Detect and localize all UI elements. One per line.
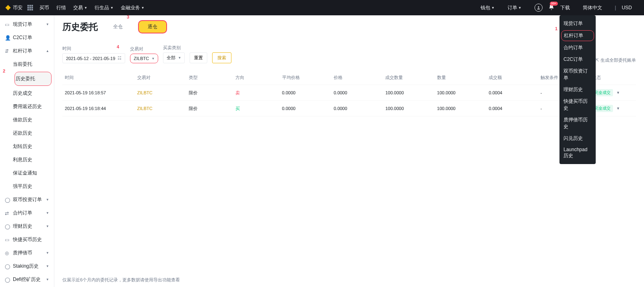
dd-launchpad-history[interactable]: Launchpad 历史 — [559, 144, 596, 162]
swap-icon: ⇄ — [5, 210, 10, 216]
dd-buycrypto-history[interactable]: 快捷买币历史 — [559, 96, 596, 114]
tab-cross[interactable]: 全仓 — [104, 21, 132, 33]
sidebar-loan[interactable]: ◎质押借币▼ — [0, 246, 54, 260]
page-title: 历史委托 — [62, 21, 98, 33]
sidebar-buycrypto-history[interactable]: ▭快捷买币历史 — [0, 233, 54, 246]
col-status: 状态 — [592, 75, 634, 81]
expand-row-icon[interactable]: ▼ — [616, 91, 620, 95]
sidebar-c2c-orders[interactable]: 👤C2C订单 — [0, 31, 54, 44]
caret-down-icon: ▼ — [46, 211, 49, 215]
dd-spot-orders[interactable]: 现货订单 — [559, 18, 596, 29]
sb-margin-call[interactable]: 保证金通知 — [12, 166, 54, 180]
footer-note: 仅展示近6个月内的委托记录，更多数据请使用导出功能查看 — [62, 277, 180, 283]
apps-grid-icon[interactable] — [27, 5, 33, 10]
reset-button[interactable]: 重置 — [190, 52, 207, 63]
sb-trade-history[interactable]: 历史成交 — [12, 87, 54, 100]
sb-interest-history[interactable]: 利息历史 — [12, 153, 54, 166]
circle-icon: ◯ — [5, 224, 10, 229]
cell-total: 0.0004 — [489, 106, 540, 111]
nav-currency[interactable]: USD — [622, 5, 632, 10]
sidebar-defi-history[interactable]: ◯Defi挖矿历史▼ — [0, 273, 54, 286]
brand-logo[interactable]: 币安 — [5, 4, 23, 11]
top-nav: 币安 买币 行情 交易▼ 衍生品▼ 金融业务▼ 钱包▼ 订单▼ 99+ 下载 简… — [0, 0, 644, 15]
caret-down-icon: ▼ — [46, 198, 49, 202]
caret-down-icon: ▼ — [518, 6, 522, 10]
cell-qty: 100.0000 — [437, 90, 489, 95]
circle-icon: ◯ — [5, 197, 10, 203]
binance-icon — [5, 4, 11, 11]
sb-repay-history[interactable]: 还款历史 — [12, 127, 54, 140]
dd-c2c-orders[interactable]: C2C订单 — [559, 54, 596, 65]
nav-buy[interactable]: 买币 — [39, 4, 49, 11]
sidebar-futures-orders[interactable]: ⇄合约订单▼ — [0, 206, 54, 220]
nav-derivatives[interactable]: 衍生品▼ — [95, 4, 114, 11]
sidebar-earn-history[interactable]: ◯理财历史▼ — [0, 220, 54, 233]
sidebar-dual-orders[interactable]: ◯双币投资订单▼ — [0, 193, 54, 206]
cell-price: 0.0000 — [334, 90, 385, 95]
col-direction: 方向 — [235, 75, 282, 81]
dd-earn-history[interactable]: 理财历史 — [559, 84, 596, 96]
sb-transfer-history[interactable]: 划转历史 — [12, 140, 54, 153]
nav-markets[interactable]: 行情 — [56, 4, 66, 11]
tab-isolated[interactable]: 逐仓 — [138, 20, 167, 33]
cell-status: 完全成交▼ — [592, 105, 634, 112]
circle-icon: ◯ — [5, 277, 10, 283]
nav-orders[interactable]: 订单▼ — [508, 4, 522, 11]
account-avatar[interactable] — [535, 4, 543, 12]
filter-time: 时间 2021-05-12 - 2021-05-19 ☷ — [62, 46, 125, 63]
orders-dropdown: 现货订单 杠杆订单 合约订单 C2C订单 双币投资订单 理财历史 快捷买币历史 … — [559, 15, 596, 164]
dd-convert-history[interactable]: 闪兑历史 — [559, 133, 596, 144]
cell-pair[interactable]: ZILBTC — [137, 106, 189, 111]
dd-margin-orders[interactable]: 杠杆订单 — [561, 30, 594, 41]
dd-dual-orders[interactable]: 双币投资订单 — [559, 65, 596, 84]
export-link[interactable]: ⇱ 生成全部委托账单 — [595, 57, 636, 63]
filter-side-label: 买卖类别 — [163, 45, 185, 51]
cell-filled-qty: 100.0000 — [385, 90, 437, 95]
side-select[interactable]: 全部 ▼ — [163, 52, 185, 63]
nav-wallet[interactable]: 钱包▼ — [481, 4, 495, 11]
caret-down-icon: ▼ — [491, 6, 495, 10]
separator: | — [615, 5, 616, 10]
dd-loan-history[interactable]: 质押借币历史 — [559, 114, 596, 133]
caret-down-icon: ▼ — [151, 57, 155, 60]
caret-down-icon: ▼ — [141, 6, 144, 10]
cell-time: 2021-05-19 16:18:57 — [65, 90, 137, 95]
annotation-3: 3 — [127, 15, 129, 19]
cell-avg: 0.0000 — [282, 106, 334, 111]
sidebar-staking-history[interactable]: ◯Staking历史▼ — [0, 260, 54, 273]
content-area: 3 历史委托 全仓 逐仓 4 时间 2021-05-12 - 2021-05-1… — [54, 15, 644, 287]
caret-down-icon: ▼ — [110, 6, 114, 10]
notifications-button[interactable]: 99+ — [548, 4, 555, 12]
search-button[interactable]: 搜索 — [212, 52, 231, 63]
dd-futures-orders[interactable]: 合约订单 — [559, 42, 596, 54]
cell-pair[interactable]: ZILBTC — [137, 90, 189, 95]
expand-row-icon[interactable]: ▼ — [616, 106, 620, 110]
cell-time: 2021-05-19 16:18:44 — [65, 106, 137, 111]
pair-select[interactable]: ZILBTC ▼ — [130, 54, 158, 63]
caret-down-icon: ▼ — [178, 56, 181, 60]
date-range-input[interactable]: 2021-05-12 - 2021-05-19 ☷ — [62, 53, 125, 63]
sidebar-spot-orders[interactable]: ▭现货订单 ▼ — [0, 18, 54, 31]
user-icon — [537, 6, 541, 10]
nav-finance[interactable]: 金融业务▼ — [121, 4, 144, 11]
arrows-icon: ⇵ — [5, 48, 10, 54]
sidebar-margin-orders[interactable]: ⇵杠杆订单 ▲ — [0, 44, 54, 58]
nav-trade[interactable]: 交易▼ — [73, 4, 87, 11]
calendar-icon: ☷ — [118, 56, 122, 61]
cell-filled-qty: 100.0000 — [385, 106, 437, 111]
sb-borrow-history[interactable]: 借款历史 — [12, 113, 54, 127]
filter-time-label: 时间 — [62, 46, 125, 52]
nav-language[interactable]: 简体中文 — [583, 4, 602, 11]
sb-order-history[interactable]: 历史委托 — [14, 72, 52, 86]
table-header: 时间 交易对 类型 方向 平均价格 价格 成交数量 数量 成交额 触发条件 状态 — [62, 71, 636, 85]
sb-open-orders[interactable]: 当前委托 — [12, 58, 54, 71]
sb-fee-refund[interactable]: 费用返还历史 — [12, 100, 54, 113]
col-time: 时间 — [65, 75, 137, 81]
caret-down-icon: ▼ — [84, 6, 87, 10]
col-qty: 数量 — [437, 75, 489, 81]
col-pair: 交易对 — [137, 75, 189, 81]
orders-table: 时间 交易对 类型 方向 平均价格 价格 成交数量 数量 成交额 触发条件 状态… — [62, 71, 636, 116]
sb-liquidation-history[interactable]: 强平历史 — [12, 180, 54, 193]
nav-download[interactable]: 下载 — [560, 4, 570, 11]
sidebar: ▭现货订单 ▼ 👤C2C订单 ⇵杠杆订单 ▲ 当前委托 2 历史委托 历史成交 … — [0, 15, 54, 287]
